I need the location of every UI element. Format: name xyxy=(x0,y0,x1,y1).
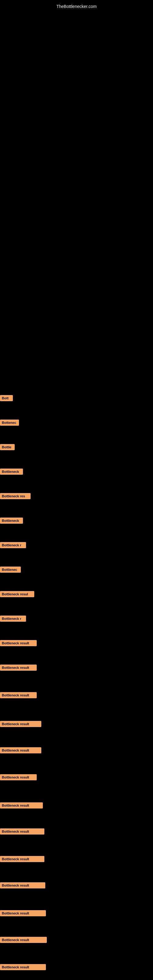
bottleneck-result-item: Bottlenec xyxy=(0,566,21,573)
bottleneck-result-item: Bottleneck result xyxy=(0,692,37,698)
bottleneck-result-item: Bottleneck result xyxy=(0,856,45,862)
bottleneck-result-item: Bottleneck result xyxy=(0,964,46,970)
bottleneck-result-item: Bottleneck result xyxy=(0,774,37,780)
bottleneck-result-item: Bott xyxy=(0,395,13,401)
bottleneck-result-item: Bottleneck result xyxy=(0,882,45,888)
bottleneck-result-item: Bottleneck xyxy=(0,469,23,475)
bottleneck-result-item: Bottleneck xyxy=(0,517,23,524)
bottleneck-result-item: Bottenec xyxy=(0,420,19,426)
bottleneck-result-item: Bottleneck resul xyxy=(0,591,34,597)
bottleneck-result-item: Bottleneck result xyxy=(0,910,46,916)
bottleneck-result-item: Bottleneck result xyxy=(0,802,43,808)
bottleneck-result-item: Bottleneck result xyxy=(0,747,41,753)
bottleneck-result-item: Bottleneck result xyxy=(0,640,37,646)
bottleneck-result-item: Bottleneck r xyxy=(0,542,26,548)
bottleneck-result-item: Bottleneck result xyxy=(0,937,47,943)
site-title: TheBottlenecker.com xyxy=(0,2,153,11)
bottleneck-result-item: Bottleneck res xyxy=(0,493,30,499)
bottleneck-result-item: Bottleneck result xyxy=(0,721,41,727)
bottleneck-result-item: Bottleneck result xyxy=(0,829,45,835)
bottleneck-result-item: Bottle xyxy=(0,444,15,450)
bottleneck-result-item: Bottleneck r xyxy=(0,616,26,622)
bottleneck-result-item: Bottleneck result xyxy=(0,665,37,671)
